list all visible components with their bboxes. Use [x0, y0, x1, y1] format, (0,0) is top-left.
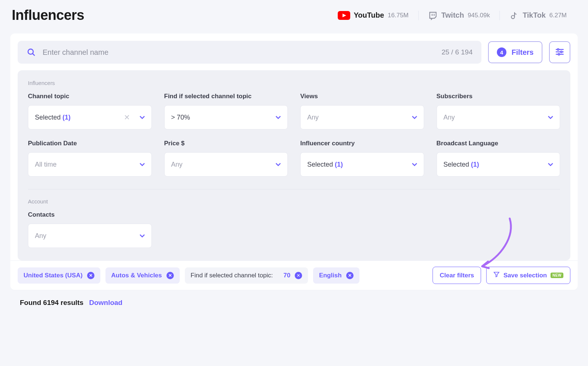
select-subscribers[interactable]: Any	[437, 105, 560, 129]
chevron-down-icon	[276, 161, 281, 168]
filter-settings-button[interactable]	[549, 41, 570, 63]
remove-chip-icon[interactable]: ✕	[295, 272, 302, 279]
tiktok-icon	[509, 11, 519, 20]
chevron-down-icon	[140, 232, 145, 240]
clear-icon[interactable]: ✕	[124, 113, 130, 122]
search-box[interactable]: 25 / 6 194	[18, 41, 481, 64]
chevron-down-icon	[412, 161, 417, 168]
chevron-down-icon	[548, 161, 553, 168]
platform-youtube[interactable]: YouTube 16.75M	[328, 11, 418, 20]
field-label: Influencer country	[300, 140, 424, 147]
sliders-icon	[555, 47, 564, 58]
select-views[interactable]: Any	[300, 105, 424, 129]
filters-label: Filters	[512, 48, 534, 57]
remove-chip-icon[interactable]: ✕	[346, 272, 354, 279]
filter-chip-country[interactable]: United States (USA) ✕	[18, 267, 100, 284]
filters-count-badge: 4	[497, 47, 506, 57]
chevron-down-icon	[548, 114, 553, 121]
platform-tiktok[interactable]: TikTok 6.27M	[499, 11, 576, 20]
platform-name: Twitch	[441, 11, 464, 19]
search-count: 25 / 6 194	[441, 48, 473, 56]
field-label: Price $	[164, 140, 288, 147]
select-channel-topic[interactable]: Selected (1) ✕	[28, 105, 152, 129]
filter-chip-language[interactable]: English ✕	[313, 267, 359, 284]
filter-chip-threshold[interactable]: Find if selected channel topic: 70 ✕	[185, 267, 308, 284]
platform-count: 945.09k	[468, 12, 490, 19]
svg-point-3	[557, 49, 559, 50]
page-title: Influencers	[12, 7, 84, 23]
select-price[interactable]: Any	[164, 152, 288, 177]
remove-chip-icon[interactable]: ✕	[87, 272, 94, 279]
field-label: Contacts	[28, 211, 152, 218]
field-label: Subscribers	[437, 93, 560, 100]
chevron-down-icon	[140, 114, 145, 121]
platform-count: 6.27M	[549, 12, 567, 19]
results-count: Found 6194 results	[20, 299, 83, 306]
filter-chip-topic[interactable]: Autos & Vehicles ✕	[105, 267, 180, 284]
svg-point-4	[560, 51, 562, 52]
select-influencer-country[interactable]: Selected (1)	[300, 152, 424, 177]
svg-point-5	[558, 53, 560, 55]
download-link[interactable]: Download	[89, 299, 122, 306]
chevron-down-icon	[276, 114, 281, 121]
field-label: Broadcast Language	[437, 140, 560, 147]
twitch-icon	[428, 11, 438, 20]
platform-name: YouTube	[354, 11, 384, 19]
filter-group-label: Influencers	[28, 80, 560, 86]
filters-button[interactable]: 4 Filters	[488, 41, 542, 63]
new-badge: NEW	[551, 273, 563, 278]
clear-filters-button[interactable]: Clear filters	[433, 267, 481, 284]
funnel-icon	[493, 271, 500, 280]
select-contacts[interactable]: Any	[28, 224, 152, 248]
field-label: Channel topic	[28, 93, 152, 100]
platform-count: 16.75M	[388, 12, 409, 19]
platform-name: TikTok	[523, 11, 546, 19]
svg-point-1	[512, 15, 515, 19]
remove-chip-icon[interactable]: ✕	[166, 272, 174, 279]
select-publication-date[interactable]: All time	[28, 152, 152, 177]
platform-twitch[interactable]: Twitch 945.09k	[418, 11, 499, 20]
filter-group-label: Account	[28, 198, 560, 205]
select-topic-threshold[interactable]: > 70%	[164, 105, 288, 129]
field-label: Views	[300, 93, 424, 100]
save-selection-button[interactable]: Save selection NEW	[486, 267, 570, 284]
chevron-down-icon	[412, 114, 417, 121]
chevron-down-icon	[140, 161, 145, 168]
youtube-icon	[338, 11, 350, 20]
select-broadcast-language[interactable]: Selected (1)	[437, 152, 560, 177]
field-label: Find if selected channel topic	[164, 93, 288, 100]
search-icon	[26, 47, 36, 57]
field-label: Publication Date	[28, 140, 152, 147]
search-input[interactable]	[43, 48, 437, 57]
platform-tabs: YouTube 16.75M Twitch 945.09k TikTok 6.2…	[328, 11, 577, 20]
